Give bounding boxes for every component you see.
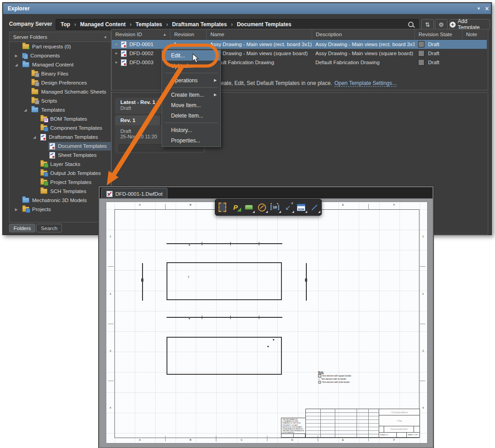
open-template-settings-link[interactable]: Open Template Settings... bbox=[334, 80, 397, 87]
zone-tick bbox=[108, 266, 114, 267]
document-tab[interactable]: DFD-0001-1.DwfDot bbox=[101, 188, 167, 199]
board-side-view-top bbox=[167, 243, 282, 244]
sidebar-item-templates[interactable]: ◢ Templates bbox=[10, 105, 111, 114]
tab-folders[interactable]: Folders bbox=[9, 224, 35, 232]
bom-icon: BOM bbox=[297, 204, 305, 211]
zone-tick bbox=[216, 436, 216, 441]
zone-label: A bbox=[137, 439, 143, 441]
menu-item-delete-item[interactable]: Delete Item... bbox=[162, 110, 220, 121]
title-block-table bbox=[305, 409, 379, 438]
menu-item-create-item[interactable]: Create Item...▶ bbox=[162, 90, 220, 100]
row-expand-icon[interactable]: ▶ bbox=[115, 42, 121, 46]
settings-button[interactable]: ⚙ bbox=[435, 19, 447, 30]
linear-dimension-tool-button[interactable]: 10 bbox=[270, 202, 280, 213]
zone-label: 1 bbox=[420, 235, 426, 238]
sidebar-item-layer-stacks[interactable]: Layer Stacks bbox=[10, 160, 111, 169]
breadcrumb-item-draftsman-templates[interactable]: Draftsman Templates bbox=[172, 21, 227, 28]
sidebar-item-binary-files[interactable]: Binary Files bbox=[10, 69, 111, 78]
sidebar-item-sch-templates[interactable]: SCH Templates bbox=[10, 187, 111, 196]
project-templates-folder-icon bbox=[40, 179, 48, 185]
zone-tick bbox=[267, 436, 267, 441]
sidebar-item-bom-templates[interactable]: BBOM Templates bbox=[10, 114, 111, 123]
row-expand-icon[interactable]: ▶ bbox=[115, 52, 121, 55]
twisty-open-icon[interactable]: ◢ bbox=[33, 135, 39, 139]
radial-dimension-tool-button[interactable] bbox=[257, 202, 267, 213]
sidebar-item-sheet-templates[interactable]: Sheet Templates bbox=[10, 151, 111, 160]
column-header-revision[interactable]: Revision bbox=[170, 29, 206, 39]
tab-search[interactable]: Search bbox=[36, 224, 62, 232]
sidebar-item-output-job-templates[interactable]: Output Job Templates bbox=[10, 169, 111, 178]
breadcrumb-item-managed-content[interactable]: Managed Content bbox=[80, 21, 126, 28]
revision-state-swatch bbox=[418, 50, 424, 57]
twisty-open-icon[interactable]: ◢ bbox=[24, 108, 30, 112]
twisty-closed-icon[interactable]: ▶ bbox=[15, 54, 21, 58]
row-expand-icon[interactable]: ▶ bbox=[115, 61, 121, 64]
twisty-closed-icon[interactable]: ▶ bbox=[15, 207, 21, 212]
sidebar-item-design-preferences[interactable]: Design Preferences bbox=[10, 78, 111, 87]
search-icon[interactable] bbox=[408, 22, 414, 27]
panel-menu-icon[interactable]: ▼ bbox=[475, 6, 483, 11]
server-selector-button[interactable]: Company Server ▼ bbox=[9, 19, 58, 29]
sidebar-item-draftsman-templates[interactable]: ◢ Draftsman Templates bbox=[10, 132, 111, 141]
document-canvas[interactable]: A B C D E F A B C D E F 1 2 3 4 1 2 3 bbox=[100, 198, 433, 447]
sidebar-item-projects[interactable]: ▶ Projects bbox=[10, 205, 111, 214]
sidebar-item-managed-schematic-sheets[interactable]: Managed Schematic Sheets bbox=[10, 87, 111, 96]
panel-title: Explorer bbox=[8, 5, 30, 12]
column-header-description[interactable]: Description bbox=[312, 29, 414, 39]
server-folders-header[interactable]: Server Folders ▲ bbox=[10, 32, 111, 42]
column-header-revision-state[interactable]: Revision State bbox=[414, 29, 462, 39]
board-side-view-left bbox=[142, 263, 143, 301]
table-row-dfd-0001[interactable]: ▶DFD-0001 1 Assy Drawing - Main views (r… bbox=[112, 40, 487, 49]
assembly-view-tool-button[interactable] bbox=[244, 202, 254, 213]
view-tick bbox=[202, 316, 202, 319]
place-component-tool-button[interactable]: P bbox=[231, 202, 241, 213]
drawing-notes: Note: 1Text element with square border. … bbox=[318, 371, 369, 384]
sidebar-item-part-requests[interactable]: +Part requests (0) bbox=[10, 42, 111, 51]
board-outline-tool-button[interactable] bbox=[218, 202, 228, 213]
menu-item-edit[interactable]: Edit... bbox=[162, 50, 220, 61]
menu-separator bbox=[165, 123, 218, 123]
panel-title-bar[interactable]: Explorer ▼ × bbox=[3, 3, 491, 14]
sidebar-item-components[interactable]: ▶ Components bbox=[10, 51, 111, 60]
menu-item-move-item[interactable]: Move Item... bbox=[162, 100, 220, 110]
zone-label: 2 bbox=[420, 292, 426, 295]
column-header-revision-id[interactable]: Revision ID ▲ bbox=[112, 29, 170, 39]
close-icon[interactable]: × bbox=[483, 5, 491, 12]
zone-tick bbox=[165, 204, 166, 209]
revision-1-tab[interactable]: Rev. 1 bbox=[115, 115, 160, 125]
sidebar-item-scripts[interactable]: Scripts bbox=[10, 96, 111, 105]
twisty-open-icon[interactable]: ◢ bbox=[15, 63, 21, 67]
breadcrumb-item-templates[interactable]: Templates bbox=[136, 21, 162, 28]
menu-item-operations[interactable]: Operations▶ bbox=[162, 75, 220, 85]
collapse-icon[interactable]: ▲ bbox=[104, 35, 107, 39]
zone-label: B bbox=[188, 439, 193, 441]
breadcrumb-item-top[interactable]: Top bbox=[61, 21, 70, 28]
component-templates-folder-icon bbox=[40, 125, 48, 131]
refresh-button[interactable]: ⇅ bbox=[421, 19, 434, 30]
callout-tool-button[interactable]: ↙4 bbox=[283, 202, 293, 213]
breadcrumb-item-document-templates[interactable]: Document Templates bbox=[237, 21, 291, 28]
line-tool-button[interactable] bbox=[309, 202, 319, 213]
sidebar-item-managed-content[interactable]: ◢ Managed Content bbox=[10, 60, 111, 69]
column-header-note[interactable]: Note bbox=[462, 29, 487, 39]
menu-item-history[interactable]: History... bbox=[162, 125, 220, 135]
menu-item-properties[interactable]: Properties... bbox=[162, 135, 220, 146]
breadcrumb[interactable]: Top › Managed Content › Templates › Draf… bbox=[56, 19, 419, 30]
sidebar-item-project-templates[interactable]: Project Templates bbox=[10, 178, 111, 187]
drawing-toolbar: P 10 ↙4 BOM bbox=[215, 199, 322, 216]
sidebar-item-mechatronic-3d-models[interactable]: Mechatronic 3D Models bbox=[10, 196, 111, 205]
zone-label: 4 bbox=[420, 406, 426, 409]
table-header: Revision ID ▲ Revision Name Description … bbox=[112, 29, 487, 40]
column-header-name[interactable]: Name bbox=[206, 29, 312, 39]
view-tick bbox=[202, 242, 202, 245]
add-template-button[interactable]: + Add Template bbox=[449, 19, 490, 30]
sidebar-item-document-templates[interactable]: Document Templates bbox=[10, 141, 111, 151]
bom-templates-folder-icon: B bbox=[40, 116, 48, 122]
bom-tool-button[interactable]: BOM bbox=[296, 202, 306, 213]
menu-item-upload[interactable]: Upload... bbox=[162, 61, 220, 71]
document-number-field: <DocumentNumber bbox=[379, 426, 419, 432]
zone-label: D bbox=[290, 439, 295, 441]
side-view-notch bbox=[141, 278, 143, 282]
zone-label: A bbox=[137, 203, 143, 206]
sidebar-item-component-templates[interactable]: Component Templates bbox=[10, 123, 111, 132]
